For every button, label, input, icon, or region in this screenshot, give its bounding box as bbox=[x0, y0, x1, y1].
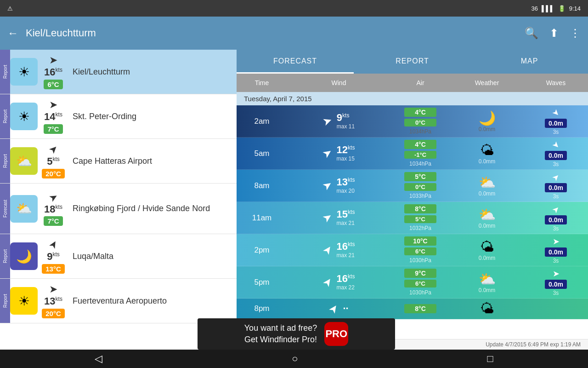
temperature-badge: 13°C bbox=[42, 264, 65, 274]
station-label-report: Report bbox=[0, 234, 10, 278]
wind-direction-icon: ➤ bbox=[320, 178, 334, 193]
table-row: 2pm ➤ 16kts max 21 10°C 6°C 1030hPa 🌤 0.… bbox=[237, 234, 588, 266]
list-item[interactable]: Report ☀ ➤ 16kts 6°C Kiel/Leuchtturm bbox=[0, 50, 237, 94]
wind-speed: 13kts bbox=[44, 296, 62, 306]
air-temp-low: 0°C bbox=[404, 119, 436, 126]
table-row: 11am ➤ 15kts max 21 8°C 5°C 1032hPa ⛅ 0.… bbox=[237, 202, 588, 234]
station-wind-info: ➤ 9kts 13°C bbox=[40, 239, 67, 273]
station-name: Kiel/Leuchtturm bbox=[73, 67, 237, 77]
station-wind-info: ➤ 13kts 20°C bbox=[40, 283, 67, 318]
station-weather-icon: ☀ bbox=[10, 58, 38, 86]
table-row: 8pm ➤ ·· 8°C 🌤 bbox=[237, 299, 588, 319]
header-waves: Waves bbox=[524, 79, 588, 86]
list-item[interactable]: Report ⛅ ➤ 5kts 20°C Cape Hatteras Airpo… bbox=[0, 139, 237, 184]
wind-max: max 11 bbox=[337, 123, 355, 130]
list-item[interactable]: Forecast ⛅ ➤ 18kts 7°C Ringkøbing Fjord … bbox=[0, 184, 237, 234]
wave-period: 3s bbox=[553, 161, 559, 167]
date-header: Tuesday, April 7, 2015 bbox=[237, 92, 588, 105]
weather-icon: 🌤 bbox=[480, 143, 494, 158]
forecast-scroll[interactable]: 2am ➤ 9kts max 11 4°C 0°C 1034hPa 🌙 0.0m… bbox=[237, 105, 588, 339]
air-temp-high: 4°C bbox=[404, 108, 436, 117]
weather-precipitation: 0.0mm bbox=[479, 255, 496, 261]
recent-nav-button[interactable]: □ bbox=[487, 353, 493, 365]
row-air: 9°C 6°C 1030hPa bbox=[390, 269, 450, 296]
wave-direction-icon: ➤ bbox=[550, 203, 562, 215]
air-temp-high: 10°C bbox=[404, 236, 436, 246]
station-weather-icon: ⛅ bbox=[10, 147, 38, 175]
home-nav-button[interactable]: ○ bbox=[292, 353, 298, 365]
row-time: 5pm bbox=[237, 278, 287, 287]
signal-bars-icon: ▌▌▌ bbox=[542, 5, 554, 12]
wind-max: max 21 bbox=[337, 252, 355, 259]
search-button[interactable]: 🔍 bbox=[525, 27, 538, 40]
row-time: 5am bbox=[237, 149, 287, 158]
row-weather: 🌙 0.0mm bbox=[450, 110, 524, 132]
row-waves: ➤ 0.0m 3s bbox=[524, 236, 588, 264]
wind-max: max 21 bbox=[337, 220, 355, 226]
ad-banner[interactable]: You want it ad free?Get Windfinder Pro! … bbox=[198, 318, 395, 350]
station-weather-icon: 🌙 bbox=[10, 242, 38, 270]
wind-speed: 5kts bbox=[47, 156, 60, 167]
wave-direction-icon: ➤ bbox=[553, 269, 560, 279]
wind-max: max 15 bbox=[337, 155, 355, 162]
wind-speed: 18kts bbox=[44, 204, 62, 214]
row-waves: ➤ 0.0m 3s bbox=[524, 108, 588, 135]
tab-report[interactable]: REPORT bbox=[354, 50, 471, 73]
wave-direction-icon: ➤ bbox=[550, 106, 562, 118]
weather-icon: ⛅ bbox=[479, 271, 496, 287]
station-name: Cape Hatteras Airport bbox=[73, 156, 237, 166]
air-temp-high: 5°C bbox=[404, 172, 436, 181]
wind-speed: 14kts bbox=[44, 112, 62, 122]
more-button[interactable]: ⋮ bbox=[570, 27, 581, 40]
wind-direction-icon: ➤ bbox=[49, 54, 57, 66]
station-name: Ringkøbing Fjord / Hvide Sande Nord bbox=[73, 204, 237, 213]
ad-logo: PRO bbox=[324, 322, 348, 346]
share-button[interactable]: ⬆ bbox=[549, 27, 559, 40]
tab-map[interactable]: MAP bbox=[471, 50, 588, 73]
time-display: 9:14 bbox=[569, 5, 581, 12]
wind-max: max 20 bbox=[337, 188, 355, 194]
alert-icon: ⚠ bbox=[7, 5, 13, 12]
station-wind-info: ➤ 5kts 20°C bbox=[40, 144, 67, 178]
header-weather: Weather bbox=[450, 79, 524, 86]
wind-direction-icon: ➤ bbox=[321, 114, 334, 129]
list-item[interactable]: Report ☀ ➤ 14kts 7°C Skt. Peter-Ording bbox=[0, 94, 237, 139]
wind-direction-icon: ➤ bbox=[319, 275, 335, 289]
header-time: Time bbox=[237, 79, 287, 86]
wave-period: 3s bbox=[553, 258, 559, 264]
wind-direction-icon: ➤ bbox=[319, 242, 335, 257]
tab-forecast[interactable]: FORECAST bbox=[237, 50, 354, 73]
station-label-report: Report bbox=[0, 279, 10, 323]
wave-direction-icon: ➤ bbox=[550, 138, 562, 150]
air-temp-high: 8°C bbox=[404, 204, 436, 213]
temperature-badge: 6°C bbox=[44, 80, 62, 89]
ad-text: You want it ad free?Get Windfinder Pro! bbox=[244, 322, 317, 345]
wave-direction-icon: ➤ bbox=[553, 236, 560, 247]
station-label-forecast: Forecast bbox=[0, 184, 10, 234]
wind-direction-icon: ➤ bbox=[49, 283, 57, 295]
back-button[interactable]: ← bbox=[7, 27, 18, 40]
station-name: Skt. Peter-Ording bbox=[73, 112, 237, 121]
status-bar: ⚠ 36 ▌▌▌ 🔋 9:14 bbox=[0, 0, 588, 17]
wind-direction-icon: ➤ bbox=[47, 190, 60, 205]
station-wind-info: ➤ 18kts 7°C bbox=[40, 191, 67, 226]
page-title: Kiel/Leuchtturm bbox=[26, 27, 517, 39]
weather-icon: 🌙 bbox=[479, 110, 496, 126]
wind-direction-icon: ➤ bbox=[320, 210, 334, 225]
list-item[interactable]: Report 🌙 ➤ 9kts 13°C Luqa/Malta bbox=[0, 234, 237, 279]
wind-direction-icon: ➤ bbox=[49, 99, 57, 111]
air-pressure: 1034hPa bbox=[409, 128, 431, 135]
temperature-badge: 20°C bbox=[42, 309, 65, 318]
air-temp-high: 4°C bbox=[404, 140, 436, 149]
back-nav-button[interactable]: ◁ bbox=[95, 353, 102, 365]
row-weather: 🌤 bbox=[450, 301, 524, 316]
row-weather: ⛅ 0.0mm bbox=[450, 207, 524, 229]
list-item[interactable]: Report ☀ ➤ 13kts 20°C Fuerteventura Aero… bbox=[0, 279, 237, 323]
pro-logo-text: PRO bbox=[325, 328, 347, 340]
app-bar: ← Kiel/Leuchtturm 🔍 ⬆ ⋮ bbox=[0, 17, 588, 50]
station-label-report: Report bbox=[0, 50, 10, 94]
wave-height: 0.0m bbox=[545, 247, 567, 257]
wind-speed: 16kts bbox=[337, 242, 355, 252]
air-pressure: 1033hPa bbox=[409, 193, 431, 199]
row-time: 2am bbox=[237, 117, 287, 126]
